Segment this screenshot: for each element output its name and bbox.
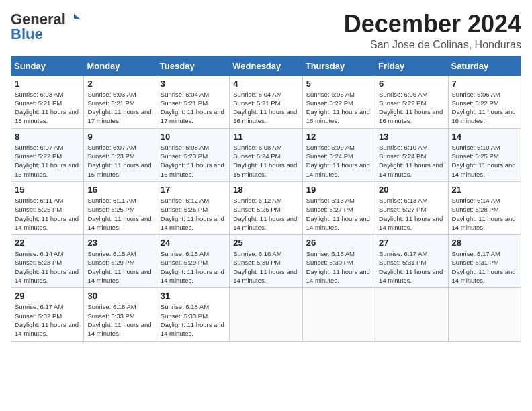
day-number: 14 <box>452 132 517 142</box>
header-friday: Friday <box>375 56 448 75</box>
day-number: 6 <box>379 79 444 89</box>
table-row: 10Sunrise: 6:08 AMSunset: 5:23 PMDayligh… <box>157 128 229 181</box>
table-row: 20Sunrise: 6:13 AMSunset: 5:27 PMDayligh… <box>375 181 448 234</box>
day-number: 12 <box>306 132 371 142</box>
table-row: 18Sunrise: 6:12 AMSunset: 5:26 PMDayligh… <box>230 181 302 234</box>
day-info: Sunrise: 6:09 AMSunset: 5:24 PMDaylight:… <box>306 143 371 179</box>
table-row: 23Sunrise: 6:15 AMSunset: 5:29 PMDayligh… <box>84 235 157 288</box>
day-info: Sunrise: 6:10 AMSunset: 5:25 PMDaylight:… <box>452 143 517 179</box>
table-row <box>302 288 375 341</box>
calendar-header-row: Sunday Monday Tuesday Wednesday Thursday… <box>11 56 521 75</box>
day-info: Sunrise: 6:12 AMSunset: 5:26 PMDaylight:… <box>233 196 298 232</box>
location-subtitle: San Jose de Colinas, Honduras <box>344 39 521 51</box>
header-saturday: Saturday <box>448 56 521 75</box>
calendar-week-4: 22Sunrise: 6:14 AMSunset: 5:28 PMDayligh… <box>11 235 521 288</box>
table-row: 1Sunrise: 6:03 AMSunset: 5:21 PMDaylight… <box>11 75 84 128</box>
table-row: 7Sunrise: 6:06 AMSunset: 5:22 PMDaylight… <box>448 75 521 128</box>
table-row: 30Sunrise: 6:18 AMSunset: 5:33 PMDayligh… <box>84 288 157 341</box>
day-info: Sunrise: 6:17 AMSunset: 5:31 PMDaylight:… <box>452 249 517 285</box>
header-thursday: Thursday <box>302 56 375 75</box>
table-row: 17Sunrise: 6:12 AMSunset: 5:26 PMDayligh… <box>157 181 229 234</box>
day-number: 26 <box>306 238 371 248</box>
table-row: 5Sunrise: 6:05 AMSunset: 5:22 PMDaylight… <box>302 75 375 128</box>
table-row: 29Sunrise: 6:17 AMSunset: 5:32 PMDayligh… <box>11 288 84 341</box>
day-number: 31 <box>161 291 226 301</box>
logo: General Blue <box>11 11 81 43</box>
table-row: 28Sunrise: 6:17 AMSunset: 5:31 PMDayligh… <box>448 235 521 288</box>
day-number: 24 <box>161 238 226 248</box>
day-info: Sunrise: 6:06 AMSunset: 5:22 PMDaylight:… <box>452 90 517 126</box>
day-number: 23 <box>87 238 152 248</box>
day-info: Sunrise: 6:12 AMSunset: 5:26 PMDaylight:… <box>161 196 226 232</box>
logo-bird-icon <box>67 13 81 26</box>
title-section: December 2024 San Jose de Colinas, Hondu… <box>344 11 521 51</box>
calendar-week-1: 1Sunrise: 6:03 AMSunset: 5:21 PMDaylight… <box>11 75 521 128</box>
day-info: Sunrise: 6:16 AMSunset: 5:30 PMDaylight:… <box>306 249 371 285</box>
day-info: Sunrise: 6:03 AMSunset: 5:21 PMDaylight:… <box>87 90 152 126</box>
day-number: 9 <box>87 132 152 142</box>
day-info: Sunrise: 6:06 AMSunset: 5:22 PMDaylight:… <box>379 90 444 126</box>
header-tuesday: Tuesday <box>157 56 229 75</box>
day-number: 3 <box>161 79 226 89</box>
day-number: 28 <box>452 238 517 248</box>
table-row: 31Sunrise: 6:18 AMSunset: 5:33 PMDayligh… <box>157 288 229 341</box>
day-number: 17 <box>161 185 226 195</box>
day-number: 15 <box>15 185 80 195</box>
day-info: Sunrise: 6:11 AMSunset: 5:25 PMDaylight:… <box>87 196 152 232</box>
table-row: 16Sunrise: 6:11 AMSunset: 5:25 PMDayligh… <box>84 181 157 234</box>
table-row: 11Sunrise: 6:08 AMSunset: 5:24 PMDayligh… <box>230 128 302 181</box>
calendar-week-5: 29Sunrise: 6:17 AMSunset: 5:32 PMDayligh… <box>11 288 521 341</box>
calendar-week-2: 8Sunrise: 6:07 AMSunset: 5:22 PMDaylight… <box>11 128 521 181</box>
day-info: Sunrise: 6:10 AMSunset: 5:24 PMDaylight:… <box>379 143 444 179</box>
day-info: Sunrise: 6:07 AMSunset: 5:23 PMDaylight:… <box>87 143 152 179</box>
day-info: Sunrise: 6:16 AMSunset: 5:30 PMDaylight:… <box>233 249 298 285</box>
logo-blue-text: Blue <box>11 26 43 43</box>
day-number: 11 <box>233 132 298 142</box>
table-row: 25Sunrise: 6:16 AMSunset: 5:30 PMDayligh… <box>230 235 302 288</box>
table-row <box>448 288 521 341</box>
day-info: Sunrise: 6:03 AMSunset: 5:21 PMDaylight:… <box>15 90 80 126</box>
table-row <box>230 288 302 341</box>
day-number: 30 <box>87 291 152 301</box>
day-number: 22 <box>15 238 80 248</box>
day-number: 2 <box>87 79 152 89</box>
day-number: 10 <box>161 132 226 142</box>
calendar-week-3: 15Sunrise: 6:11 AMSunset: 5:25 PMDayligh… <box>11 181 521 234</box>
day-info: Sunrise: 6:08 AMSunset: 5:23 PMDaylight:… <box>161 143 226 179</box>
day-number: 5 <box>306 79 371 89</box>
main-title: December 2024 <box>344 11 521 38</box>
day-info: Sunrise: 6:08 AMSunset: 5:24 PMDaylight:… <box>233 143 298 179</box>
day-number: 8 <box>15 132 80 142</box>
day-number: 27 <box>379 238 444 248</box>
day-number: 1 <box>15 79 80 89</box>
day-info: Sunrise: 6:07 AMSunset: 5:22 PMDaylight:… <box>15 143 80 179</box>
calendar-table: Sunday Monday Tuesday Wednesday Thursday… <box>11 56 521 342</box>
header-monday: Monday <box>84 56 157 75</box>
header-wednesday: Wednesday <box>230 56 302 75</box>
day-info: Sunrise: 6:14 AMSunset: 5:28 PMDaylight:… <box>15 249 80 285</box>
table-row: 27Sunrise: 6:17 AMSunset: 5:31 PMDayligh… <box>375 235 448 288</box>
table-row: 13Sunrise: 6:10 AMSunset: 5:24 PMDayligh… <box>375 128 448 181</box>
table-row: 6Sunrise: 6:06 AMSunset: 5:22 PMDaylight… <box>375 75 448 128</box>
day-info: Sunrise: 6:13 AMSunset: 5:27 PMDaylight:… <box>379 196 444 232</box>
table-row: 14Sunrise: 6:10 AMSunset: 5:25 PMDayligh… <box>448 128 521 181</box>
day-number: 20 <box>379 185 444 195</box>
day-number: 18 <box>233 185 298 195</box>
day-info: Sunrise: 6:05 AMSunset: 5:22 PMDaylight:… <box>306 90 371 126</box>
day-info: Sunrise: 6:14 AMSunset: 5:28 PMDaylight:… <box>452 196 517 232</box>
table-row: 8Sunrise: 6:07 AMSunset: 5:22 PMDaylight… <box>11 128 84 181</box>
day-info: Sunrise: 6:17 AMSunset: 5:32 PMDaylight:… <box>15 302 80 338</box>
day-info: Sunrise: 6:17 AMSunset: 5:31 PMDaylight:… <box>379 249 444 285</box>
day-number: 25 <box>233 238 298 248</box>
day-number: 16 <box>87 185 152 195</box>
table-row: 22Sunrise: 6:14 AMSunset: 5:28 PMDayligh… <box>11 235 84 288</box>
day-info: Sunrise: 6:15 AMSunset: 5:29 PMDaylight:… <box>161 249 226 285</box>
day-number: 13 <box>379 132 444 142</box>
day-info: Sunrise: 6:04 AMSunset: 5:21 PMDaylight:… <box>161 90 226 126</box>
table-row: 21Sunrise: 6:14 AMSunset: 5:28 PMDayligh… <box>448 181 521 234</box>
day-info: Sunrise: 6:04 AMSunset: 5:21 PMDaylight:… <box>233 90 298 126</box>
day-number: 19 <box>306 185 371 195</box>
day-number: 7 <box>452 79 517 89</box>
day-number: 21 <box>452 185 517 195</box>
page-header: General Blue December 2024 San Jose de C… <box>11 11 521 51</box>
